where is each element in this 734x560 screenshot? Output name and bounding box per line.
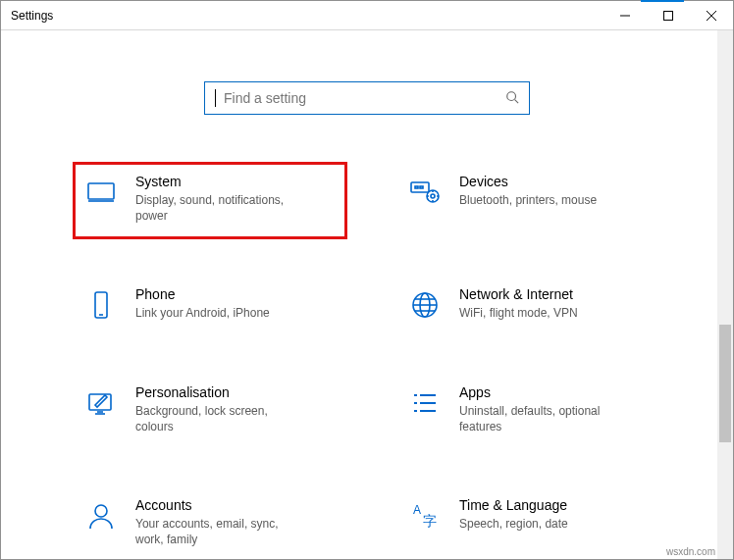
tile-text: Time & Language Speech, region, date — [459, 497, 568, 532]
search-wrap — [1, 81, 733, 115]
close-icon — [707, 11, 716, 21]
tile-phone[interactable]: Phone Link your Android, iPhone — [73, 275, 347, 337]
svg-rect-9 — [415, 186, 418, 188]
svg-point-33 — [95, 505, 107, 517]
tile-desc: Bluetooth, printers, mouse — [459, 192, 597, 208]
maximize-icon — [663, 11, 673, 21]
tile-text: Personalisation Background, lock screen,… — [135, 384, 302, 434]
tile-title: Personalisation — [135, 384, 302, 401]
tile-desc: Speech, region, date — [459, 516, 568, 532]
maximize-button[interactable] — [647, 1, 690, 29]
minimize-icon — [620, 11, 630, 21]
tile-title: Phone — [135, 286, 270, 303]
apps-icon — [408, 386, 442, 420]
devices-icon — [408, 176, 442, 209]
settings-window: Settings — [0, 0, 734, 560]
tile-title: Network & Internet — [459, 286, 578, 303]
svg-point-4 — [507, 91, 516, 100]
tile-desc: Display, sound, notifications, power — [135, 192, 302, 224]
svg-point-12 — [431, 194, 435, 198]
window-controls — [603, 1, 733, 29]
tile-title: Devices — [459, 174, 597, 190]
svg-rect-1 — [664, 11, 673, 20]
tile-text: Apps Uninstall, defaults, optional featu… — [459, 384, 626, 434]
tile-desc: Your accounts, email, sync, work, family — [135, 516, 302, 547]
tile-text: Network & Internet WiFi, flight mode, VP… — [459, 286, 578, 321]
window-title: Settings — [11, 9, 53, 23]
tile-time-language[interactable]: A字 Time & Language Speech, region, date — [396, 485, 671, 559]
tile-apps[interactable]: Apps Uninstall, defaults, optional featu… — [396, 373, 671, 450]
close-button[interactable] — [690, 1, 733, 29]
tile-devices[interactable]: Devices Bluetooth, printers, mouse — [396, 162, 671, 239]
tile-text: Phone Link your Android, iPhone — [135, 286, 270, 321]
settings-grid: System Display, sound, notifications, po… — [63, 162, 671, 559]
tile-accounts[interactable]: Accounts Your accounts, email, sync, wor… — [73, 485, 347, 559]
content-area: System Display, sound, notifications, po… — [1, 30, 733, 559]
svg-rect-6 — [88, 183, 114, 199]
svg-text:A: A — [413, 503, 421, 517]
watermark: wsxdn.com — [666, 546, 715, 557]
system-icon — [84, 176, 118, 209]
tile-desc: Link your Android, iPhone — [135, 305, 270, 321]
tile-text: System Display, sound, notifications, po… — [135, 174, 302, 224]
tile-system[interactable]: System Display, sound, notifications, po… — [73, 162, 347, 239]
tile-personalisation[interactable]: Personalisation Background, lock screen,… — [73, 373, 347, 450]
titlebar: Settings — [1, 1, 733, 30]
tile-title: Time & Language — [459, 497, 568, 514]
search-box[interactable] — [204, 81, 530, 115]
text-caret — [215, 89, 216, 107]
tile-desc: Uninstall, defaults, optional features — [459, 403, 626, 434]
search-input[interactable] — [222, 89, 499, 107]
network-icon — [408, 288, 442, 322]
svg-rect-24 — [89, 394, 111, 410]
tile-title: Accounts — [135, 497, 302, 514]
time-language-icon: A字 — [408, 499, 442, 533]
search-icon — [505, 90, 519, 107]
tile-title: Apps — [459, 384, 626, 401]
tile-desc: Background, lock screen, colours — [135, 403, 302, 434]
svg-rect-17 — [95, 292, 107, 318]
svg-text:字: 字 — [423, 513, 437, 529]
vertical-scrollbar[interactable] — [717, 30, 733, 559]
accounts-icon — [84, 499, 118, 533]
phone-icon — [84, 288, 118, 322]
tile-text: Accounts Your accounts, email, sync, wor… — [135, 497, 302, 547]
scrollbar-thumb[interactable] — [719, 325, 731, 442]
svg-rect-10 — [420, 186, 423, 188]
tile-title: System — [135, 174, 302, 190]
accent-bar — [641, 0, 684, 2]
tile-text: Devices Bluetooth, printers, mouse — [459, 174, 597, 208]
tile-desc: WiFi, flight mode, VPN — [459, 305, 578, 321]
svg-line-5 — [515, 99, 519, 103]
tile-network[interactable]: Network & Internet WiFi, flight mode, VP… — [396, 275, 671, 337]
personalisation-icon — [84, 386, 118, 420]
minimize-button[interactable] — [603, 1, 647, 29]
